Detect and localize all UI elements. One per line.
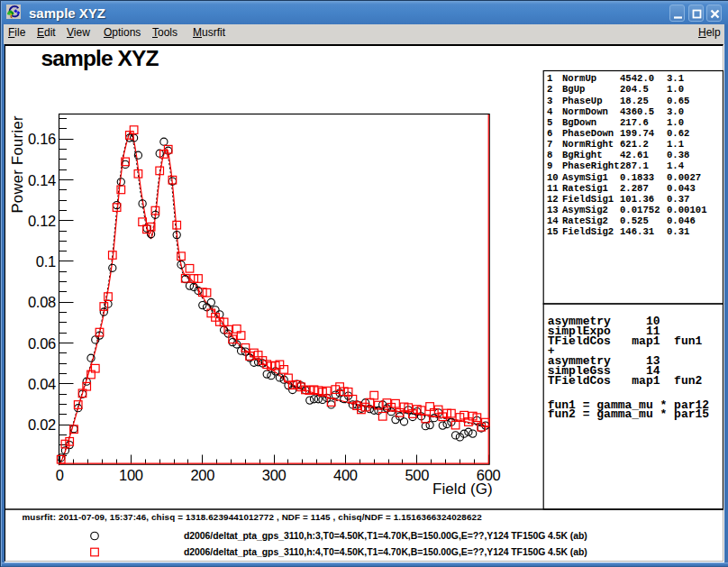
svg-text:0.046: 0.046 <box>667 215 696 226</box>
svg-text:FieldSig2: FieldSig2 <box>562 226 614 237</box>
svg-text:10: 10 <box>547 172 559 183</box>
svg-text:4542.0: 4542.0 <box>620 73 654 84</box>
svg-text:3: 3 <box>547 96 552 106</box>
svg-text:204.5: 204.5 <box>620 84 649 95</box>
svg-text:0.00101: 0.00101 <box>667 205 707 215</box>
svg-text:RateSig2: RateSig2 <box>562 215 608 226</box>
svg-text:BgDown: BgDown <box>562 117 596 128</box>
svg-text:FieldSig1: FieldSig1 <box>562 194 614 205</box>
svg-text:1.1: 1.1 <box>667 139 684 150</box>
svg-text:5: 5 <box>547 117 552 128</box>
svg-text:0.16: 0.16 <box>28 131 56 147</box>
svg-text:9: 9 <box>547 160 552 171</box>
svg-text:BgUp: BgUp <box>562 84 585 95</box>
svg-text:2.287: 2.287 <box>620 183 649 194</box>
svg-text:14: 14 <box>547 215 559 226</box>
svg-text:0.1: 0.1 <box>36 253 56 270</box>
svg-text:200: 200 <box>190 467 214 483</box>
svg-text:Power Fourier: Power Fourier <box>9 115 25 214</box>
svg-text:0.62: 0.62 <box>667 128 689 139</box>
svg-text:d2006/deltat_pta_gps_3110,h:4,: d2006/deltat_pta_gps_3110,h:4,T0=4.50K,T… <box>184 547 587 557</box>
svg-text:1.0: 1.0 <box>667 84 684 95</box>
svg-text:PhaseRight: PhaseRight <box>562 160 620 171</box>
svg-text:1.0: 1.0 <box>667 117 684 128</box>
svg-text:400: 400 <box>333 467 358 483</box>
svg-text:0: 0 <box>56 467 64 483</box>
svg-text:146.31: 146.31 <box>620 226 654 237</box>
svg-text:2: 2 <box>547 84 552 95</box>
svg-text:musrfit: 2011-07-09, 15:37:46,: musrfit: 2011-07-09, 15:37:46, chisq = 1… <box>23 512 483 522</box>
svg-text:0.38: 0.38 <box>667 150 689 160</box>
svg-text:12: 12 <box>547 194 559 205</box>
svg-text:RateSig1: RateSig1 <box>562 183 608 194</box>
svg-text:AsymSig1: AsymSig1 <box>562 172 608 183</box>
svg-text:18.25: 18.25 <box>620 96 649 106</box>
svg-text:0.043: 0.043 <box>667 183 696 194</box>
svg-text:287.1: 287.1 <box>620 160 649 171</box>
svg-text:TFieldCos map1 fun2: TFieldCos map1 fun2 <box>548 374 703 388</box>
svg-text:42.61: 42.61 <box>620 150 649 160</box>
svg-text:199.74: 199.74 <box>620 128 655 139</box>
svg-text:8: 8 <box>547 150 552 160</box>
svg-text:AsymSig2: AsymSig2 <box>562 205 608 215</box>
svg-text:217.6: 217.6 <box>620 117 649 128</box>
svg-text:0.65: 0.65 <box>667 96 689 106</box>
svg-text:0.04: 0.04 <box>28 376 56 392</box>
svg-text:BgRight: BgRight <box>562 150 603 160</box>
svg-text:0.31: 0.31 <box>667 226 689 237</box>
svg-text:300: 300 <box>262 467 287 483</box>
svg-text:0.0027: 0.0027 <box>667 172 701 183</box>
svg-text:0.37: 0.37 <box>667 194 689 205</box>
svg-text:0.08: 0.08 <box>28 294 56 310</box>
svg-text:0.1833: 0.1833 <box>620 172 654 183</box>
svg-text:0.01752: 0.01752 <box>620 205 660 215</box>
svg-text:0.02: 0.02 <box>28 416 56 433</box>
svg-text:NormUp: NormUp <box>562 73 596 84</box>
svg-text:3.0: 3.0 <box>667 106 684 117</box>
svg-text:TFieldCos map1 fun1: TFieldCos map1 fun1 <box>548 334 703 348</box>
svg-text:4: 4 <box>547 106 553 117</box>
svg-text:7: 7 <box>547 139 552 150</box>
svg-text:0.525: 0.525 <box>620 215 649 226</box>
svg-text:15: 15 <box>547 226 559 237</box>
svg-text:6: 6 <box>547 128 552 139</box>
svg-text:11: 11 <box>547 183 559 194</box>
svg-text:0.06: 0.06 <box>28 335 56 352</box>
svg-text:13: 13 <box>547 205 559 215</box>
svg-text:621.2: 621.2 <box>620 139 649 150</box>
svg-text:PhaseDown: PhaseDown <box>562 128 614 139</box>
svg-text:101.36: 101.36 <box>620 194 654 205</box>
svg-text:4360.5: 4360.5 <box>620 106 654 117</box>
svg-text:1.4: 1.4 <box>667 160 685 171</box>
svg-text:sample XYZ: sample XYZ <box>41 46 159 70</box>
svg-text:500: 500 <box>405 467 429 483</box>
svg-text:1: 1 <box>547 73 552 84</box>
svg-text:100: 100 <box>119 467 143 483</box>
svg-text:0.14: 0.14 <box>28 172 56 188</box>
svg-text:0.12: 0.12 <box>28 213 56 229</box>
svg-text:Field (G): Field (G) <box>432 480 493 498</box>
svg-text:d2006/deltat_pta_gps_3110,h:3,: d2006/deltat_pta_gps_3110,h:3,T0=4.50K,T… <box>184 531 587 541</box>
svg-text:PhaseUp: PhaseUp <box>562 96 603 106</box>
svg-text:3.1: 3.1 <box>667 73 684 84</box>
svg-text:NormDown: NormDown <box>562 106 608 117</box>
svg-text:NormRight: NormRight <box>562 139 614 150</box>
svg-text:fun2 = gamma_mu * par15: fun2 = gamma_mu * par15 <box>548 407 710 421</box>
